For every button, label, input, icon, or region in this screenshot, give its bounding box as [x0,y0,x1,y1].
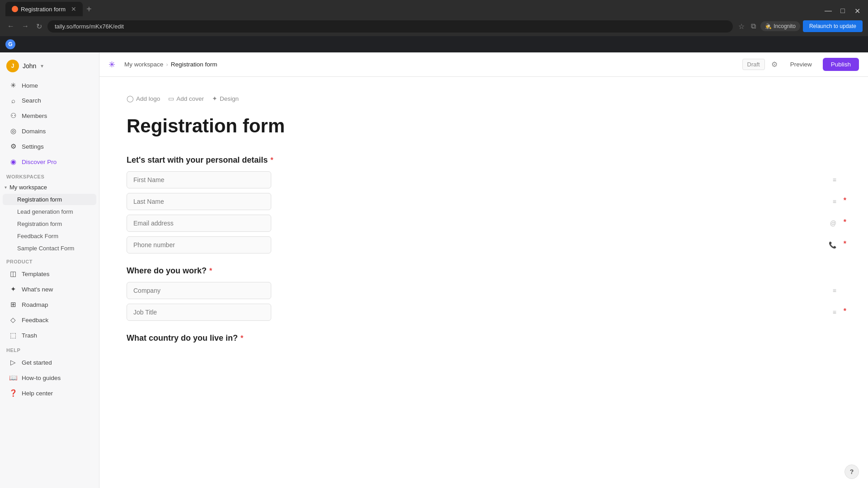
collapse-icon: ▾ [5,185,7,190]
sidebar-item-trash[interactable]: ⬚ Trash [3,328,96,343]
minimize-button[interactable]: — [823,5,834,16]
close-button[interactable]: ✕ [852,5,863,16]
maximize-button[interactable]: □ [837,5,848,16]
last-name-input[interactable] [127,193,271,210]
incognito-badge[interactable]: 🕵 Incognito [760,21,800,31]
form-title[interactable]: Registration form [127,115,841,137]
search-icon: ⌕ [9,97,17,104]
workspace-name: My workspace [9,184,47,191]
company-input[interactable] [127,282,271,299]
drag-handle-icon: ≡ [833,198,836,205]
sidebar-item-label: Search [22,97,41,104]
sidebar-item-label: How-to guides [22,375,61,381]
required-indicator: * [844,307,846,315]
form-field-job-title: ≡ * [127,304,841,321]
roadmap-icon: ⊞ [9,300,17,309]
sidebar-item-discover-pro[interactable]: ◉ Discover Pro [3,155,96,169]
get-started-icon: ▷ [9,358,17,366]
tab-close-button[interactable]: ✕ [71,5,76,13]
form-field-company: ≡ [127,282,841,299]
design-button[interactable]: ✦ Design [212,95,239,102]
job-title-input[interactable] [127,304,271,321]
sidebar-item-members[interactable]: ⚇ Members [3,108,96,123]
sidebar-item-label: What's new [22,286,53,293]
drag-handle-icon: ≡ [833,176,836,183]
editor-area: ◯ Add logo ▭ Add cover ✦ Design Registra… [99,77,868,488]
form-settings-button[interactable]: ⚙ [769,58,779,70]
breadcrumb-workspace[interactable]: My workspace [124,61,163,68]
google-bar: G [0,36,868,52]
sidebar-item-domains[interactable]: ◎ Domains [3,124,96,138]
breadcrumb: My workspace › Registration form [124,61,217,68]
workspaces-label: Workspaces [0,169,99,181]
sidebar-item-home[interactable]: ✳ Home [3,78,96,93]
help-label: Help [0,343,99,355]
add-logo-button[interactable]: ◯ Add logo [127,95,160,102]
tally-logo: ✳ [108,60,115,70]
app-container: J John ▾ ✳ Home ⌕ Search ⚇ Members ◎ Dom… [0,52,868,488]
phone-icon: 📞 [829,241,836,249]
help-center-icon: ❓ [9,389,17,397]
sidebar-item-roadmap[interactable]: ⊞ Roadmap [3,297,96,312]
tab-bar: Registration form ✕ + — □ ✕ [0,0,868,16]
add-cover-button[interactable]: ▭ Add cover [168,95,204,102]
browser-chrome: Registration form ✕ + — □ ✕ ← → ↻ ☆ ⧉ 🕵 … [0,0,868,52]
sidebar-item-settings[interactable]: ⚙ Settings [3,139,96,154]
incognito-icon: 🕵 [765,23,772,29]
active-tab[interactable]: Registration form ✕ [5,2,83,16]
address-bar[interactable] [47,20,733,33]
sidebar-item-whats-new[interactable]: ✦ What's new [3,282,96,296]
workspace-header[interactable]: ▾ My workspace [0,181,99,193]
first-name-input[interactable] [127,171,271,188]
reload-button[interactable]: ↻ [34,20,44,33]
user-name: John [23,62,36,70]
drag-handle-icon: ≡ [833,309,836,316]
sidebar: J John ▾ ✳ Home ⌕ Search ⚇ Members ◎ Dom… [0,52,99,488]
email-input[interactable] [127,215,271,232]
sidebar-item-feedback[interactable]: ◇ Feedback [3,313,96,327]
relaunch-button[interactable]: Relaunch to update [803,20,863,32]
sidebar-item-search[interactable]: ⌕ Search [3,94,96,108]
form-section-work: Where do you work? * ≡ ≡ * [127,266,841,321]
form-field-phone: 📞 * [127,236,841,253]
sidebar-item-templates[interactable]: ◫ Templates [3,267,96,281]
sidebar-item-label: Templates [22,271,50,277]
form-field-first-name: ≡ [127,171,841,188]
tab-favicon [12,6,18,12]
sidebar-item-label: Discover Pro [22,159,57,165]
browser-toolbar: ☆ ⧉ 🕵 Incognito Relaunch to update [736,20,863,33]
back-button[interactable]: ← [5,20,16,32]
workspace-form-item[interactable]: Registration form [3,194,96,205]
form-section-country: What country do you live in? * [127,333,841,343]
workspace-form-item[interactable]: Registration form [3,218,96,230]
sidebar-item-help-center[interactable]: ❓ Help center [3,386,96,400]
sidebar-item-get-started[interactable]: ▷ Get started [3,355,96,370]
workspace-form-item[interactable]: Feedback Form [3,230,96,242]
sidebar-item-how-to[interactable]: 📖 How-to guides [3,371,96,385]
how-to-icon: 📖 [9,374,17,382]
publish-button[interactable]: Publish [823,58,859,71]
members-icon: ⚇ [9,112,17,120]
top-bar-actions: Draft ⚙ Preview Publish [742,58,859,71]
chevron-down-icon: ▾ [41,63,43,69]
user-section[interactable]: J John ▾ [0,56,99,78]
top-bar: ✳ My workspace › Registration form Draft… [99,52,868,77]
section-title-personal: Let's start with your personal details * [127,155,841,165]
domains-icon: ◎ [9,127,17,135]
forward-button[interactable]: → [20,20,31,32]
phone-input[interactable] [127,236,271,253]
preview-button[interactable]: Preview [784,58,818,70]
tab-title: Registration form [21,6,66,13]
workspace-form-item[interactable]: Lead generation form [3,206,96,217]
window-controls: — □ ✕ [823,5,863,16]
templates-icon: ◫ [9,270,17,278]
sidebar-item-label: Home [22,82,38,89]
new-tab-button[interactable]: + [83,2,95,16]
bookmark-icon[interactable]: ☆ [736,20,746,33]
help-button[interactable]: ? [844,465,859,479]
product-label: Product [0,254,99,266]
section-title-country: What country do you live in? * [127,333,841,343]
sidebar-item-label: Roadmap [22,301,48,308]
split-view-icon[interactable]: ⧉ [749,20,758,32]
workspace-form-item[interactable]: Sample Contact Form [3,243,96,254]
